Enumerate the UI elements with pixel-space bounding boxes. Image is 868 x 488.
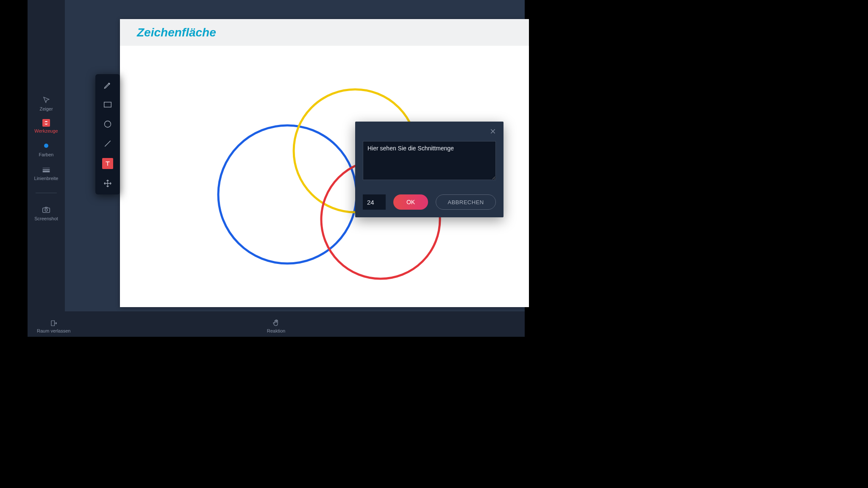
tool-pencil[interactable]: [103, 80, 113, 90]
canvas-title: Zeichenfläche: [137, 26, 216, 39]
text-input[interactable]: [363, 141, 496, 180]
sidebar-item-lineweight[interactable]: Linienbreite: [28, 165, 65, 181]
tool-move[interactable]: [103, 178, 113, 189]
reaction-label: Reaktion: [267, 328, 285, 333]
text-dialog: OK ABBRECHEN: [355, 122, 504, 217]
font-size-input[interactable]: [363, 194, 386, 210]
sidebar-label: Screenshot: [34, 216, 58, 221]
app-window: Zeiger Werkzeuge Farben Linienbreite: [28, 0, 525, 337]
svg-rect-5: [104, 102, 111, 107]
leave-room-button[interactable]: Raum verlassen: [37, 319, 70, 333]
svg-line-7: [105, 141, 110, 146]
colors-icon: [42, 141, 51, 150]
circle-blue[interactable]: [218, 125, 356, 263]
sidebar-divider: [36, 193, 57, 193]
hand-icon: [272, 319, 280, 327]
leave-label: Raum verlassen: [37, 328, 70, 333]
sidebar-label: Werkzeuge: [34, 128, 58, 133]
sidebar-label: Zeiger: [39, 106, 53, 111]
tool-flyout: [95, 74, 120, 194]
canvas-header: Zeichenfläche: [120, 19, 529, 46]
lineweight-icon: [42, 165, 51, 174]
svg-point-4: [45, 209, 47, 211]
sidebar-label: Linienbreite: [34, 176, 58, 181]
sidebar-item-pointer[interactable]: Zeiger: [28, 95, 65, 111]
tool-circle[interactable]: [103, 119, 113, 129]
cancel-button[interactable]: ABBRECHEN: [436, 194, 496, 210]
svg-point-6: [105, 121, 111, 128]
dialog-actions: OK ABBRECHEN: [363, 194, 496, 210]
camera-icon: [42, 205, 51, 214]
sidebar-item-tools[interactable]: Werkzeuge: [28, 119, 65, 133]
reaction-button[interactable]: Reaktion: [267, 319, 285, 333]
sidebar-item-colors[interactable]: Farben: [28, 141, 65, 157]
close-button[interactable]: [488, 127, 498, 136]
tools-icon: [42, 119, 50, 127]
tool-text[interactable]: [102, 158, 113, 169]
pointer-icon: [42, 95, 51, 105]
sidebar-item-screenshot[interactable]: Screenshot: [28, 205, 65, 221]
tool-line[interactable]: [103, 139, 113, 149]
exit-icon: [50, 319, 58, 327]
bottom-bar: Raum verlassen Reaktion: [28, 311, 525, 337]
ok-button[interactable]: OK: [393, 194, 428, 210]
tool-rectangle[interactable]: [103, 100, 113, 110]
sidebar-label: Farben: [39, 152, 54, 157]
left-sidebar: Zeiger Werkzeuge Farben Linienbreite: [28, 0, 65, 311]
